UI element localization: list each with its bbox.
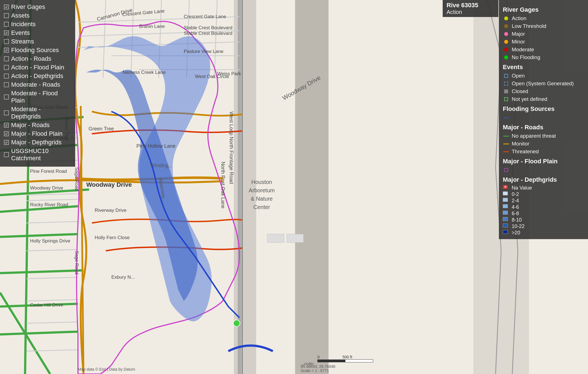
major-depthgrids-title: Major - Depthgrids — [503, 176, 584, 183]
svg-text:Riverway Drive: Riverway Drive — [95, 208, 126, 213]
legend-checkbox — [4, 13, 9, 18]
major-flood-plain-title: Major - Flood Plain — [503, 158, 584, 165]
gage-label: Low Threshold — [512, 23, 546, 29]
depth-swatch — [503, 204, 508, 208]
event-label: Open — [512, 73, 525, 79]
river-gages-items: ActionLow ThresholdMajorMinorModerateNo … — [503, 15, 584, 61]
road-label: Monitor — [512, 141, 529, 147]
road-line-icon — [503, 133, 509, 139]
road-label: Threatened — [512, 149, 539, 155]
legend-checkbox — [4, 123, 9, 128]
svg-text:Woodway Drive: Woodway Drive — [86, 181, 132, 188]
legend-checkbox — [4, 82, 9, 87]
svg-rect-77 — [317, 360, 345, 362]
legend-checkbox — [4, 39, 9, 44]
major-road-item: Threatened — [503, 148, 584, 155]
svg-text:Winding...: Winding... — [150, 163, 173, 168]
flood-plain-square-icon — [503, 167, 509, 173]
legend-checkbox — [4, 22, 9, 27]
legend-label: Major - Flood Plain — [11, 130, 63, 137]
major-road-item: No apparent threat — [503, 133, 584, 139]
river-gage-item: No Flooding — [503, 54, 584, 61]
legend-right: River Gages ActionLow ThresholdMajorMino… — [499, 0, 588, 239]
legend-items-container: River GagesAssetsIncidentsEventsStreamsF… — [4, 3, 71, 162]
event-icon — [503, 88, 509, 95]
event-item: Open (System Generated) — [503, 80, 584, 87]
major-roads-title: Major - Roads — [503, 124, 584, 131]
gage-label: Moderate — [512, 47, 534, 53]
major-road-item: Monitor — [503, 140, 584, 147]
depth-label: 0-2 — [512, 191, 584, 197]
legend-item: Action - Flood Plain — [4, 64, 71, 71]
legend-label: Action - Roads — [11, 55, 51, 62]
svg-text:Pine Hollow Lane: Pine Hollow Lane — [136, 143, 175, 149]
road-line-icon — [503, 140, 509, 147]
river-gage-item: Moderate — [503, 46, 584, 53]
legend-item: Flooding Sources — [4, 47, 71, 54]
legend-item: Major - Flood Plain — [4, 130, 71, 137]
legend-label: Action - Flood Plain — [11, 64, 64, 71]
legend-item: Moderate - Flood Plain — [4, 90, 71, 104]
legend-item: Major - Depthgrids — [4, 139, 71, 146]
depth-label: 4-6 — [512, 204, 584, 210]
popup-title: Rive 63035 — [447, 2, 494, 9]
legend-label: USGSHUC10 Catchment — [11, 147, 71, 162]
svg-rect-78 — [345, 360, 373, 362]
legend-item: Events — [4, 29, 71, 37]
legend-label: Assets — [11, 12, 30, 19]
svg-text:& Nature: & Nature — [251, 196, 273, 202]
event-label: Closed — [512, 88, 528, 94]
svg-text:0: 0 — [317, 355, 320, 359]
depth-label: 2-4 — [512, 198, 584, 204]
svg-text:Namess Creek Lane: Namess Creek Lane — [122, 70, 166, 75]
svg-text:West Loop North Frontage Road: West Loop North Frontage Road — [229, 111, 234, 184]
legend-checkbox — [4, 4, 9, 9]
river-gage-item: Action — [503, 15, 584, 22]
svg-text:Sage Road: Sage Road — [74, 251, 79, 275]
legend-item: Streams — [4, 38, 71, 45]
svg-text:500 ft: 500 ft — [342, 355, 352, 359]
legend-checkbox — [4, 48, 9, 53]
gage-label: Major — [512, 31, 525, 37]
legend-checkbox — [4, 94, 9, 99]
events-title: Events — [503, 64, 584, 71]
legend-label: Streams — [11, 38, 34, 45]
major-roads-items: No apparent threatMonitorThreatened — [503, 133, 584, 155]
events-items: OpenOpen (System Generated)ClosedNot yet… — [503, 72, 584, 103]
flooding-sources-item — [503, 114, 584, 121]
legend-label: Action - Depthgrids — [11, 72, 63, 80]
svg-text:Scale = 1 : 6771: Scale = 1 : 6771 — [301, 368, 329, 373]
svg-text:Stable Crest Boulevard: Stable Crest Boulevard — [184, 25, 232, 30]
gage-dot-icon — [503, 46, 509, 53]
gage-dot-icon — [503, 38, 509, 45]
river-gages-title: River Gages — [503, 6, 584, 13]
legend-item: Action - Roads — [4, 55, 71, 62]
svg-text:Holly Springs Drive: Holly Springs Drive — [30, 238, 70, 244]
legend-label: Incidents — [11, 21, 36, 28]
legend-label: River Gages — [11, 3, 45, 11]
svg-text:Weiss Park: Weiss Park — [217, 71, 241, 76]
depth-label: 8-10 — [512, 217, 584, 223]
depth-swatch — [503, 198, 508, 202]
legend-checkbox — [4, 65, 9, 70]
legend-checkbox — [4, 140, 9, 145]
legend-checkbox — [4, 152, 9, 157]
gage-label: Minor — [512, 39, 525, 45]
event-label: Not yet defined — [512, 96, 547, 102]
depth-swatch — [503, 217, 508, 221]
legend-checkbox — [4, 131, 9, 136]
legend-label: Moderate - Roads — [11, 81, 60, 88]
flooding-line-icon — [503, 114, 509, 121]
legend-label: Flooding Sources — [11, 47, 59, 54]
legend-label: Moderate - Flood Plain — [11, 90, 71, 104]
svg-text:...under: ...under — [301, 361, 314, 366]
svg-rect-75 — [267, 234, 284, 242]
depth-label: 10-22 — [512, 224, 584, 229]
svg-text:Cedar Hill Drive: Cedar Hill Drive — [30, 302, 63, 308]
event-item: Closed — [503, 88, 584, 95]
svg-rect-2 — [295, 0, 329, 374]
legend-checkbox — [4, 74, 9, 79]
event-icon — [503, 72, 509, 79]
road-label: No apparent threat — [512, 133, 556, 139]
svg-text:Pasture View Lane: Pasture View Lane — [184, 49, 223, 54]
